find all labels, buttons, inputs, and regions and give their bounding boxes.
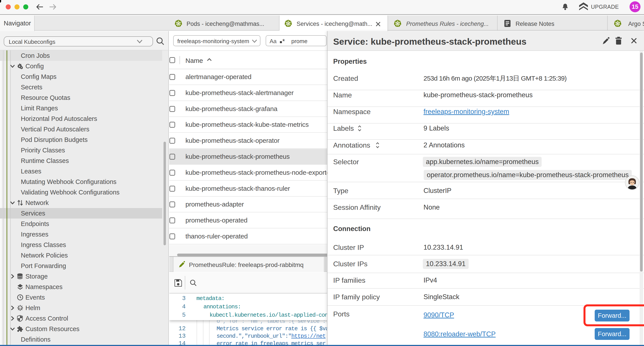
svg-text:*: * xyxy=(282,38,285,44)
svg-text:HELM: HELM xyxy=(18,308,22,309)
